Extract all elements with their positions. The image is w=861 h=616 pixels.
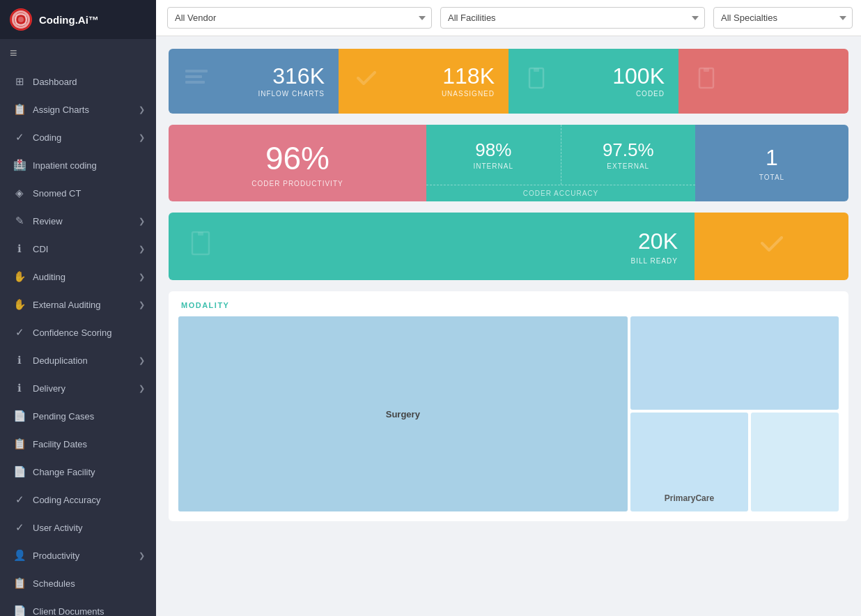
sidebar-item-snomed-ct[interactable]: ◈ Snomed CT: [0, 179, 156, 207]
sidebar-header: Coding.Ai™: [0, 0, 156, 39]
sidebar-item-confidence-scoring[interactable]: ✓ Confidence Scoring: [0, 318, 156, 346]
modality-top-block: [630, 316, 839, 410]
chevron-icon: ❯: [139, 384, 145, 393]
sidebar-item-review[interactable]: ✎ Review ❯: [0, 207, 156, 235]
extra-orange-card[interactable]: [695, 213, 848, 280]
app-title: Coding.Ai™: [39, 14, 99, 26]
billready-label: BILL READY: [631, 257, 678, 265]
sidebar-item-productivity[interactable]: 👤 Productivity ❯: [0, 541, 156, 569]
svg-rect-8: [704, 68, 709, 72]
stat-card-extra[interactable]: [678, 49, 848, 114]
modality-right: PrimaryCare: [630, 316, 839, 511]
sidebar-label-schedules: Schedules: [33, 578, 75, 589]
svg-point-0: [10, 9, 31, 30]
unassigned-value: 118K: [442, 65, 495, 87]
sidebar-item-user-activity[interactable]: ✓ User Activity: [0, 514, 156, 541]
sidebar-label-pending: Pending Cases: [33, 411, 94, 422]
sidebar-item-change-facility[interactable]: 📄 Change Facility: [0, 458, 156, 486]
chevron-icon: ❯: [139, 272, 145, 282]
accuracy-section-label: CODER ACCURACY: [426, 185, 695, 201]
sidebar-label-facility-dates: Facility Dates: [33, 439, 87, 449]
productivity-value: 96%: [265, 139, 329, 177]
svg-rect-2: [185, 70, 208, 72]
stat-card-unassigned[interactable]: 118K UNASSIGNED: [339, 49, 509, 114]
sidebar-item-facility-dates[interactable]: 📋 Facility Dates: [0, 430, 156, 458]
inflow-label: INFLOW CHARTS: [258, 90, 325, 98]
billready-value: 20K: [631, 229, 678, 254]
review-icon: ✎: [13, 215, 26, 227]
extra-icon: [692, 64, 720, 98]
sidebar-label-delivery: Delivery: [33, 383, 65, 394]
dashboard-icon: ⊞: [13, 75, 26, 88]
stats-row: 316K INFLOW CHARTS 118K UNASSIGNED: [169, 49, 848, 114]
facility-dates-icon: 📋: [13, 438, 26, 450]
dedup-icon: ℹ: [13, 354, 26, 367]
external-label: EXTERNAL: [607, 162, 649, 170]
pending-icon: 📄: [13, 410, 26, 422]
chevron-icon: ❯: [139, 300, 145, 309]
sidebar-label-assign-charts: Assign Charts: [33, 105, 89, 115]
specialties-filter[interactable]: All Specialties: [713, 7, 853, 29]
coded-content: 100K CODED: [612, 65, 665, 98]
sidebar: Coding.Ai™ ≡ ⊞ Dashboard 📋 Assign Charts…: [0, 0, 156, 616]
sidebar-item-delivery[interactable]: ℹ Delivery ❯: [0, 374, 156, 402]
inflow-value: 316K: [258, 65, 325, 87]
sidebar-item-deduplication[interactable]: ℹ Deduplication ❯: [0, 346, 156, 374]
inflow-icon: [183, 64, 210, 98]
cdi-icon: ℹ: [13, 242, 26, 255]
billready-content: 20K BILL READY: [631, 229, 678, 265]
facilities-filter[interactable]: All Facilities: [440, 7, 705, 29]
chevron-icon: ❯: [139, 105, 145, 114]
sidebar-item-external-auditing[interactable]: ✋ External Auditing ❯: [0, 291, 156, 318]
stat-card-coded[interactable]: 100K CODED: [509, 49, 678, 114]
ext-auditing-icon: ✋: [13, 298, 26, 311]
productivity-label: CODER PRODUCTIVITY: [251, 180, 343, 187]
modality-section: MODALITY Surgery PrimaryCare: [169, 291, 848, 521]
coded-value: 100K: [612, 65, 665, 87]
schedules-icon: 📋: [13, 577, 26, 590]
sidebar-label-confidence: Confidence Scoring: [33, 328, 111, 338]
external-accuracy: 97.5% EXTERNAL: [561, 125, 696, 185]
sidebar-item-inpatient-coding[interactable]: 🏥 Inpatient coding: [0, 151, 156, 179]
sidebar-item-dashboard[interactable]: ⊞ Dashboard: [0, 68, 156, 95]
delivery-icon: ℹ: [13, 382, 26, 394]
sidebar-item-schedules[interactable]: 📋 Schedules: [0, 569, 156, 597]
main-content: All Vendor All Facilities All Specialtie…: [156, 0, 861, 616]
sidebar-item-auditing[interactable]: ✋ Auditing ❯: [0, 263, 156, 291]
surgery-label: Surgery: [386, 409, 420, 419]
sidebar-label-coding: Coding: [33, 132, 61, 143]
sidebar-item-assign-charts[interactable]: 📋 Assign Charts ❯: [0, 95, 156, 123]
sidebar-item-coding[interactable]: ✓ Coding ❯: [0, 123, 156, 151]
billready-card[interactable]: 20K BILL READY: [169, 213, 695, 280]
sidebar-item-coding-accuracy[interactable]: ✓ Coding Accuracy: [0, 486, 156, 514]
productivity-row: 96% CODER PRODUCTIVITY 98% INTERNAL 97.5…: [169, 125, 848, 201]
stat-card-inflow[interactable]: 316K INFLOW CHARTS: [169, 49, 339, 114]
sidebar-item-cdi[interactable]: ℹ CDI ❯: [0, 235, 156, 263]
sidebar-label-snomed: Snomed CT: [33, 188, 81, 199]
change-facility-icon: 📄: [13, 465, 26, 478]
sidebar-item-pending-cases[interactable]: 📄 Pending Cases: [0, 402, 156, 430]
coded-icon: [522, 64, 550, 98]
chevron-icon: ❯: [139, 217, 145, 226]
coder-productivity-card[interactable]: 96% CODER PRODUCTIVITY: [169, 125, 426, 201]
sidebar-item-client-documents[interactable]: 📄 Client Documents: [0, 597, 156, 616]
chevron-icon: ❯: [139, 551, 145, 560]
billready-icon: [185, 228, 216, 265]
internal-accuracy: 98% INTERNAL: [426, 125, 561, 185]
sidebar-label-review: Review: [33, 216, 63, 226]
menu-toggle[interactable]: ≡: [0, 39, 156, 68]
inflow-content: 316K INFLOW CHARTS: [258, 65, 325, 98]
total-value: 1: [766, 145, 778, 171]
coder-accuracy-card[interactable]: 98% INTERNAL 97.5% EXTERNAL CODER ACCURA…: [426, 125, 695, 201]
svg-rect-6: [534, 68, 539, 72]
extra-card-icon: [757, 228, 787, 265]
inpatient-icon: 🏥: [13, 159, 26, 171]
total-card[interactable]: 1 TOTAL: [695, 125, 848, 201]
internal-label: INTERNAL: [474, 162, 513, 170]
unassigned-icon: [352, 64, 380, 98]
chevron-icon: ❯: [139, 245, 145, 254]
sidebar-label-inpatient: Inpatient coding: [33, 160, 97, 171]
vendor-filter[interactable]: All Vendor: [167, 7, 432, 29]
sidebar-label-productivity: Productivity: [33, 550, 79, 561]
svg-point-1: [18, 17, 24, 22]
